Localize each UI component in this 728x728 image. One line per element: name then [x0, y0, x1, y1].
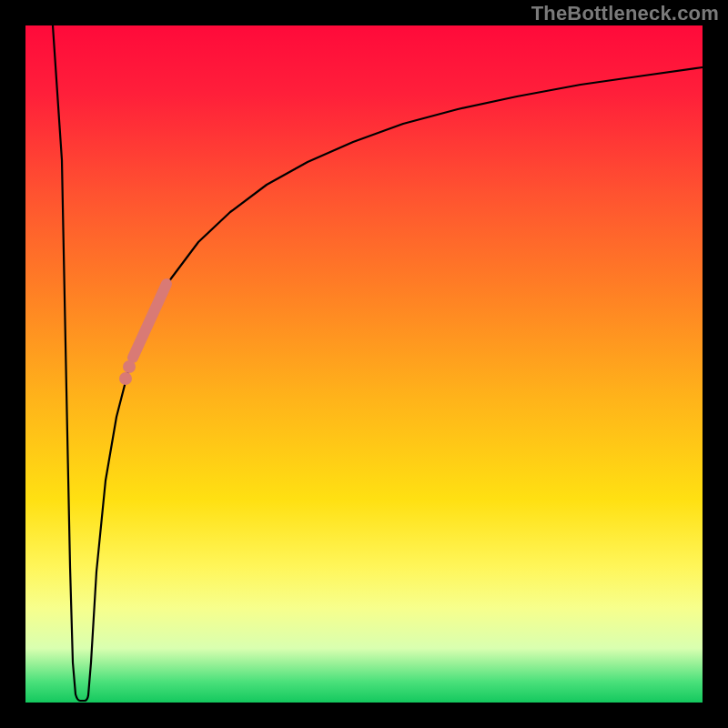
- bottleneck-curve: [53, 25, 703, 701]
- highlight-dot-upper: [123, 360, 136, 373]
- chart-frame: TheBottleneck.com: [0, 0, 728, 728]
- plot-area: [25, 25, 703, 703]
- highlight-segment: [133, 284, 167, 358]
- highlight-dot-lower: [119, 372, 132, 385]
- curve-svg: [25, 25, 703, 703]
- watermark-text: TheBottleneck.com: [531, 2, 719, 25]
